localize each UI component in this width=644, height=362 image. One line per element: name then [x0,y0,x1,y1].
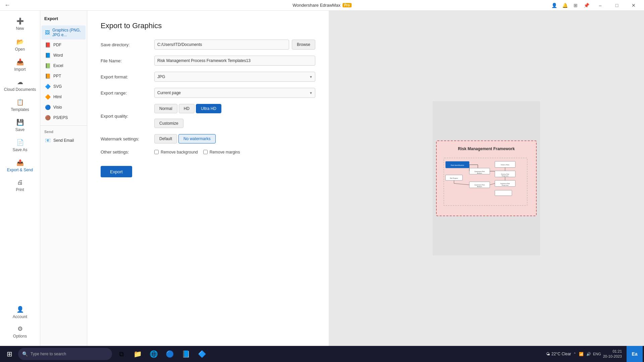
side-panel-graphics[interactable]: 🖼 Graphics (PNG, JPG e... [42,25,86,40]
remove-background-label: Remove background [161,150,198,155]
restore-button[interactable]: □ [609,0,625,11]
date: 20-10-2023 [603,354,622,359]
nav-import[interactable]: 📥 Import [2,56,38,74]
export-button[interactable]: Export [101,166,132,177]
taskbar-edge[interactable]: 🌐 [146,347,161,361]
minimize-button[interactable]: ‒ [592,0,608,11]
export-format-label: Export format: [101,74,154,79]
nav-print[interactable]: 🖨 Print [2,176,38,195]
svg-text:Solution Risks: Solution Risks [501,164,509,166]
grid-icon[interactable]: ⊞ [571,1,580,10]
bell-icon[interactable]: 🔔 [560,1,570,10]
export-range-select[interactable]: Current page All pages Selected pages [154,88,315,98]
nav-open[interactable]: 📂 Open [2,36,38,54]
nav-export[interactable]: 📤 Export & Send [2,156,38,175]
nav-import-label: Import [14,67,25,72]
nav-options[interactable]: ⚙ Options [2,322,38,341]
side-panel-excel[interactable]: 📗 Excel [42,61,86,71]
avatar-icon[interactable]: 👤 [549,1,559,10]
nav-saveas[interactable]: 📄 Save As [2,136,38,155]
remove-margins-checkbox[interactable]: Remove margins [203,150,240,155]
ea-button[interactable]: Ea [627,346,643,362]
watermark-none-button[interactable]: No watermarks [178,134,216,143]
app-name: Wondershare EdrawMax [292,3,340,8]
nav-cloud-label: Cloud Documents [4,87,36,92]
nav-account[interactable]: 👤 Account [2,303,38,322]
import-icon: 📥 [16,58,24,66]
side-panel-html-label: Html [53,95,62,99]
side-panel-pdf[interactable]: 📕 PDF [42,40,86,50]
word-taskbar-icon: 📘 [182,350,190,358]
remove-margins-input[interactable] [203,150,208,154]
taskbar-chrome[interactable]: 🔵 [162,347,177,361]
file-name-label: File Name: [101,58,154,63]
tray-icons: ⌃ 📶 🔊 [573,352,591,356]
quality-hd-button[interactable]: HD [179,104,195,113]
graphics-icon: 🖼 [45,30,50,35]
taskbar-edraw[interactable]: 🔷 [195,347,209,361]
options-icon: ⚙ [17,325,23,333]
file-name-row: File Name: [101,56,315,66]
side-panel-visio[interactable]: 🔵 Visio [42,102,86,112]
other-settings-row: Other settings: Remove background Remove… [101,149,315,155]
explorer-icon: 📁 [133,350,142,358]
side-panel-html[interactable]: 🔶 Html [42,92,86,102]
close-button[interactable]: ✕ [626,0,641,11]
svg-text:Responses: Responses [502,185,508,186]
nav-templates[interactable]: 📋 Templates [2,96,38,115]
svg-icon: 🔷 [45,84,51,89]
side-panel-sendemail[interactable]: 📧 Send Email [42,135,86,145]
nav-options-label: Options [13,334,27,339]
excel-icon: 📗 [45,63,51,68]
start-button[interactable]: ⊞ [1,346,17,362]
quality-normal-button[interactable]: Normal [154,104,177,113]
side-panel-ppt[interactable]: 📙 PPT [42,71,86,81]
pin-icon[interactable]: 📌 [582,1,591,10]
weather-icon: 🌤 [546,352,550,356]
left-nav: ➕ New 📂 Open 📥 Import ☁ Cloud Documents … [0,11,40,346]
templates-icon: 📋 [16,99,24,106]
quality-buttons: Normal HD Ultra HD [154,104,315,113]
taskbar-taskview[interactable]: ⧉ [114,347,129,361]
word-icon: 📘 [45,53,51,58]
clock[interactable]: 01:21 20-10-2023 [603,349,622,359]
weather-text: 22°C Clear [551,352,571,356]
watermark-default-button[interactable]: Default [154,134,177,143]
side-panel-svg-label: SVG [53,84,62,89]
network-icon[interactable]: 📶 [579,352,584,356]
nav-new[interactable]: ➕ New [2,14,38,34]
side-panel-svg[interactable]: 🔷 SVG [42,81,86,92]
app-title: Wondershare EdrawMax Pro [292,3,352,8]
side-panel: Export 🖼 Graphics (PNG, JPG e... 📕 PDF 📘… [40,11,87,346]
back-button[interactable]: ← [3,1,12,10]
taskbar-explorer[interactable]: 📁 [130,347,145,361]
chrome-icon: 🔵 [166,350,174,358]
side-panel-pseps[interactable]: 🟤 PS/EPS [42,113,86,123]
taskbar-search[interactable]: 🔍 Type here to search [18,348,112,360]
quality-ultrahd-button[interactable]: Ultra HD [196,104,221,113]
other-settings-label: Other settings: [101,149,154,155]
nav-save[interactable]: 💾 Save [2,116,38,135]
nav-cloud[interactable]: ☁ Cloud Documents [2,76,38,95]
watermark-row: Watermark settings: Default No watermark… [101,134,315,143]
volume-icon[interactable]: 🔊 [586,352,591,356]
taskbar-word[interactable]: 📘 [178,347,193,361]
account-icon: 👤 [16,306,24,313]
side-panel-sendemail-label: Send Email [53,138,74,143]
remove-background-checkbox[interactable]: Remove background [154,150,198,155]
save-directory-input[interactable] [154,40,289,50]
preview-area: Risk Management Framework Risk Identific… [329,11,644,346]
customize-button[interactable]: Customize [154,119,183,128]
file-name-input[interactable] [154,56,315,66]
remove-background-input[interactable] [154,150,159,154]
export-format-control: JPG PNG BMP TIFF GIF ▼ [154,72,315,82]
language-indicator[interactable]: ENG [593,352,601,356]
send-section-title: Send [40,128,87,135]
export-format-select[interactable]: JPG PNG BMP TIFF GIF [154,72,315,82]
svg-text:Risk Register: Risk Register [450,177,459,179]
side-panel-word[interactable]: 📘 Word [42,50,86,60]
save-directory-label: Save directory: [101,42,154,47]
browse-button[interactable]: Browse [292,40,315,50]
tray-chevron[interactable]: ⌃ [573,352,576,356]
pseps-icon: 🟤 [45,115,51,120]
